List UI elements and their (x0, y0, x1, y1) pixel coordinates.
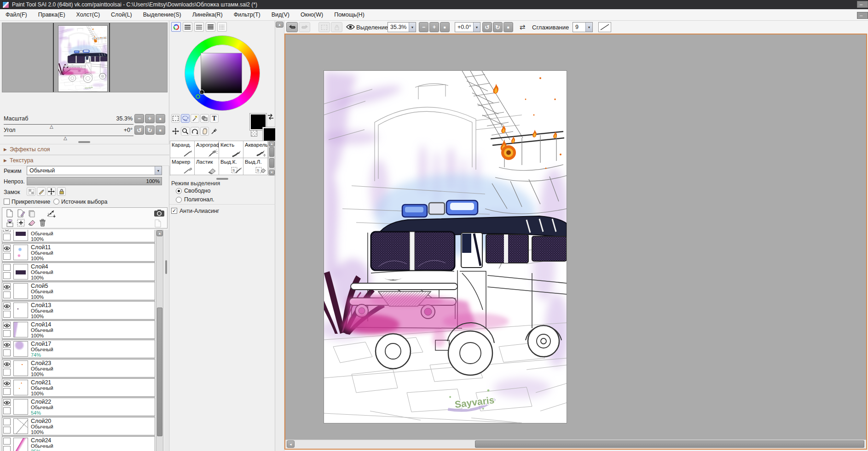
swatches-tab[interactable] (217, 22, 227, 32)
selection-source-radio[interactable] (53, 199, 59, 205)
document-minimize-button[interactable]: – (857, 12, 868, 19)
layer-extra-toggle[interactable] (3, 311, 11, 318)
paste-layer-icon[interactable] (154, 219, 162, 228)
eyedropper-tool[interactable] (210, 127, 219, 136)
layer-extra-toggle[interactable] (3, 407, 11, 414)
chevron-down-icon[interactable]: ▼ (155, 166, 162, 175)
layer-extra-toggle[interactable] (3, 272, 11, 279)
saturation-value-square[interactable] (201, 53, 242, 93)
scroll-up-button[interactable]: ▲ (276, 22, 284, 28)
layer-thumbnail[interactable] (13, 399, 28, 415)
scrollbar-thumb[interactable] (157, 308, 162, 436)
layer-visibility-toggle[interactable] (3, 399, 11, 406)
redo-button[interactable] (299, 22, 310, 32)
layer-visibility-toggle[interactable] (3, 264, 11, 271)
layer-visibility-toggle[interactable] (3, 303, 11, 309)
layer-extra-toggle[interactable] (3, 427, 11, 434)
layer-row[interactable]: Слой5Обычный100% (2, 282, 155, 300)
scroll-down-button[interactable]: ▼ (269, 170, 275, 175)
layer-thumbnail[interactable] (13, 322, 28, 337)
layer-row[interactable]: Слой22Обычный54% (2, 398, 155, 416)
brush-7[interactable]: Выд.К.S (219, 158, 243, 175)
texture-section[interactable]: ▶ Текстура (0, 155, 169, 166)
brush-8[interactable]: Выд.Л.S (243, 158, 268, 175)
brush-4[interactable]: Акварель (243, 141, 268, 158)
antialias-checkbox[interactable]: ✓ (171, 208, 177, 214)
zoom-in-button[interactable]: + (145, 114, 155, 123)
invert-selection-button[interactable] (331, 22, 342, 32)
layer-extra-toggle[interactable] (3, 349, 11, 356)
new-layer-icon[interactable] (6, 209, 13, 217)
layer-extra-toggle[interactable] (3, 253, 11, 260)
flip-horizontal-button[interactable]: ⇄ (517, 22, 527, 32)
layer-row[interactable]: Слой13Обычный100% (2, 301, 155, 320)
layer-row[interactable]: Слой17Обычный74% (2, 340, 155, 358)
layer-row[interactable]: Слой14Обычный100% (2, 320, 155, 339)
minimize-button[interactable]: – (857, 1, 868, 8)
camera-icon[interactable] (154, 210, 164, 217)
panel-resize-bar[interactable] (164, 230, 168, 451)
layer-thumbnail[interactable] (13, 303, 28, 318)
menu-item-3[interactable]: Холст(C) (71, 10, 106, 20)
layer-visibility-toggle[interactable] (3, 418, 11, 425)
scrollbar-thumb[interactable] (475, 440, 864, 448)
color-wheel-tab[interactable] (171, 22, 181, 32)
delete-layer-icon[interactable] (39, 219, 46, 227)
add-selection-icon[interactable] (17, 219, 25, 227)
smoothing-combo[interactable]: 9 ▼ (573, 22, 593, 32)
layer-row[interactable]: Слой4Обычный100% (2, 263, 155, 281)
rotate-cw-button[interactable]: ↻ (493, 22, 503, 32)
rotate-ccw-button[interactable]: ↺ (482, 22, 492, 32)
new-vector-layer-icon[interactable] (17, 209, 25, 217)
layer-thumbnail[interactable] (13, 418, 28, 434)
radio-button[interactable] (176, 188, 182, 194)
layer-visibility-toggle[interactable] (3, 230, 11, 232)
rotate-ccw-button[interactable]: ↺ (134, 126, 144, 135)
layer-extra-toggle[interactable] (3, 388, 11, 395)
panel-splitter-grip[interactable] (216, 178, 228, 180)
scrollbar-thumb[interactable] (269, 147, 274, 157)
hsv-slider-tab[interactable] (194, 22, 204, 32)
deselect-button[interactable] (318, 22, 330, 32)
scroll-up-button[interactable]: ▲ (269, 141, 275, 147)
navigator-preview[interactable] (2, 23, 168, 92)
zoom-out-button[interactable]: − (419, 22, 428, 32)
layer-row[interactable]: Слой20Обычный100% (2, 417, 155, 435)
magic-wand-tool[interactable] (191, 114, 199, 123)
layer-thumbnail[interactable] (13, 264, 28, 280)
layer-extra-toggle[interactable] (3, 234, 11, 240)
lock-move-button[interactable] (47, 187, 56, 196)
swap-colors-icon[interactable] (267, 113, 274, 120)
layer-visibility-toggle[interactable] (3, 380, 11, 387)
layer-visibility-toggle[interactable] (3, 283, 11, 290)
scale-slider[interactable] (4, 124, 133, 125)
menu-item-5[interactable]: Выделение(S) (138, 10, 187, 20)
angle-reset-button[interactable]: ■ (156, 126, 165, 135)
menu-item-8[interactable]: Вид(V) (266, 10, 295, 20)
lock-paint-button[interactable] (37, 187, 46, 196)
rotate-view-tool[interactable] (191, 127, 199, 136)
layer-row[interactable]: Слой21Обычный100% (2, 378, 155, 397)
menu-item-9[interactable]: Окно(W) (295, 10, 329, 20)
panel-splitter-grip[interactable] (78, 141, 90, 143)
zoom-tool[interactable] (181, 127, 190, 136)
brush-scrollbar[interactable]: ▲ ▼ (268, 141, 275, 176)
canvas-page[interactable] (324, 71, 567, 423)
chevron-down-icon[interactable]: ▼ (473, 23, 480, 32)
lasso-tool[interactable] (181, 114, 190, 123)
brush-6[interactable]: Ластик (195, 158, 219, 175)
merge-down-icon[interactable] (6, 219, 14, 227)
selection-mode-option[interactable]: Полигонал. (176, 196, 214, 203)
hand-tool[interactable] (200, 127, 209, 136)
rect-select-tool[interactable] (171, 114, 180, 123)
layer-thumbnail[interactable] (13, 245, 28, 260)
angle-slider-marker[interactable]: △ (64, 137, 67, 140)
selection-mode-option[interactable]: Свободно (176, 188, 214, 194)
zoom-out-button[interactable]: − (134, 114, 144, 123)
layer-extra-toggle[interactable] (3, 291, 11, 298)
layer-extra-toggle[interactable] (3, 446, 11, 451)
lock-transparency-button[interactable] (27, 187, 35, 196)
menu-item-4[interactable]: Слой(L) (105, 10, 138, 20)
brush-2[interactable]: Аэрограф (195, 141, 219, 158)
shape-tool[interactable] (200, 114, 209, 123)
